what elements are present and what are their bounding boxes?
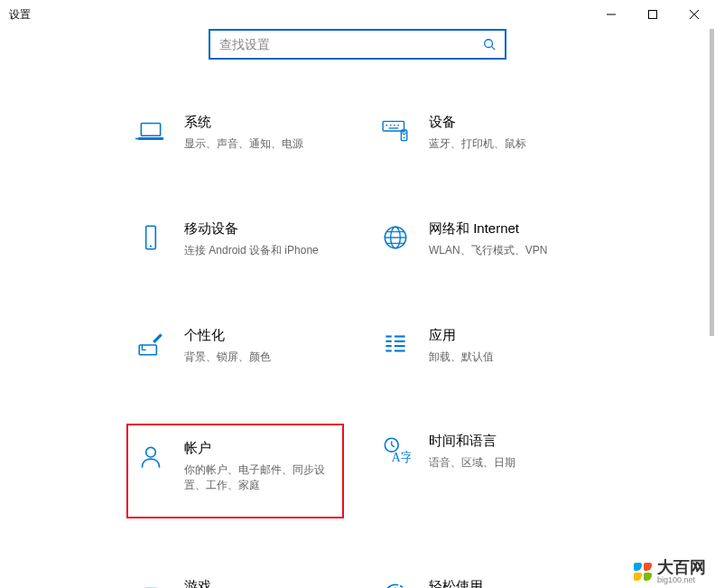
category-system[interactable]: 系统显示、声音、通知、电源 [126, 105, 344, 161]
svg-point-11 [390, 125, 392, 126]
search-box[interactable] [209, 29, 506, 60]
svg-rect-32 [395, 345, 405, 347]
svg-rect-26 [385, 335, 391, 337]
scrollbar-track[interactable] [710, 29, 714, 588]
svg-point-19 [150, 245, 152, 247]
svg-rect-28 [385, 345, 391, 347]
svg-rect-1 [649, 11, 657, 19]
minimize-button[interactable] [590, 0, 632, 29]
category-gaming[interactable]: 游戏Game Bar, 捕获, 游戏模式 [126, 569, 344, 588]
category-apps[interactable]: 应用卸载、默认值 [371, 318, 589, 374]
svg-rect-9 [383, 121, 404, 131]
category-desc: 卸载、默认值 [429, 350, 581, 365]
category-title: 个性化 [184, 327, 337, 344]
close-button[interactable] [673, 0, 715, 29]
category-title: 轻松使用 [429, 578, 581, 588]
ease-icon [378, 578, 413, 588]
watermark-logo-icon [634, 563, 652, 581]
category-desc: 连接 Android 设备和 iPhone [184, 243, 337, 258]
category-title: 设备 [429, 114, 581, 131]
category-desc: 蓝牙、打印机、鼠标 [429, 136, 581, 152]
svg-point-4 [485, 40, 493, 48]
gamepad-icon [134, 578, 168, 588]
laptop-icon [134, 114, 168, 148]
svg-rect-31 [395, 340, 405, 341]
search-icon [483, 38, 496, 51]
brush-icon [134, 327, 168, 361]
svg-point-13 [397, 125, 399, 126]
category-title: 帐户 [184, 440, 337, 457]
svg-point-34 [146, 448, 156, 458]
maximize-button[interactable] [632, 0, 673, 29]
category-desc: WLAN、飞行模式、VPN [429, 243, 581, 258]
apps-icon [378, 327, 413, 361]
category-desc: 语音、区域、日期 [429, 455, 581, 471]
watermark-sub: big100.net [657, 575, 706, 584]
category-network[interactable]: 网络和 InternetWLAN、飞行模式、VPN [371, 211, 589, 267]
categories-grid: 系统显示、声音、通知、电源设备蓝牙、打印机、鼠标移动设备连接 Android 设… [0, 105, 715, 588]
svg-rect-6 [141, 124, 160, 136]
watermark-main: 大百网 [657, 559, 706, 575]
svg-rect-27 [385, 340, 391, 341]
category-ease[interactable]: 轻松使用讲述人、放大镜、高对比度 [371, 569, 589, 588]
svg-point-16 [403, 132, 405, 135]
category-title: 移动设备 [184, 220, 337, 238]
category-title: 游戏 [184, 578, 337, 588]
phone-icon [134, 220, 168, 255]
svg-text:A字: A字 [392, 451, 411, 464]
category-title: 网络和 Internet [429, 220, 581, 238]
svg-rect-30 [395, 335, 405, 337]
category-title: 系统 [184, 114, 337, 131]
svg-point-17 [404, 137, 405, 139]
svg-rect-29 [385, 350, 391, 351]
globe-icon [378, 220, 413, 255]
category-desc: 背景、锁屏、颜色 [184, 350, 337, 365]
svg-rect-33 [395, 350, 405, 351]
time-lang-icon: A字 [378, 433, 413, 467]
watermark: 大百网 big100.net [634, 559, 706, 584]
svg-line-37 [392, 445, 395, 447]
category-phone[interactable]: 移动设备连接 Android 设备和 iPhone [126, 211, 344, 267]
category-personal[interactable]: 个性化背景、锁屏、颜色 [126, 318, 344, 374]
category-devices[interactable]: 设备蓝牙、打印机、鼠标 [371, 105, 589, 161]
category-desc: 显示、声音、通知、电源 [184, 136, 337, 152]
category-time[interactable]: A字时间和语言语音、区域、日期 [371, 424, 589, 518]
category-desc: 你的帐户、电子邮件、同步设置、工作、家庭 [184, 462, 337, 493]
svg-point-12 [394, 125, 395, 126]
category-title: 应用 [429, 327, 581, 344]
scrollbar-thumb[interactable] [710, 29, 714, 336]
person-icon [134, 440, 168, 474]
category-accounts[interactable]: 帐户你的帐户、电子邮件、同步设置、工作、家庭 [126, 424, 344, 518]
search-container [0, 29, 715, 60]
titlebar: 设置 [0, 0, 715, 29]
window-title: 设置 [9, 7, 31, 23]
keyboard-icon [378, 114, 413, 148]
search-input[interactable] [219, 37, 483, 51]
category-title: 时间和语言 [429, 433, 581, 450]
svg-line-5 [492, 47, 496, 51]
svg-point-10 [386, 125, 388, 126]
svg-rect-14 [389, 127, 399, 128]
window-controls [590, 0, 715, 29]
